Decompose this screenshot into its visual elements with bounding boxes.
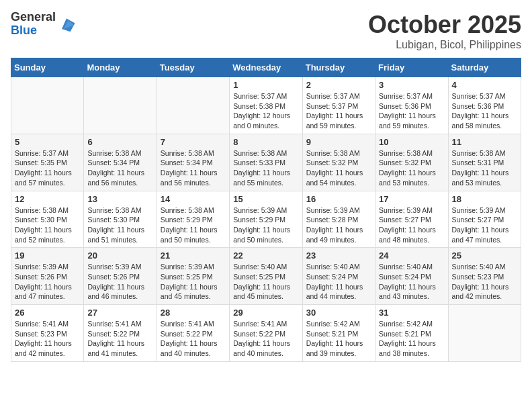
day-number: 15: [233, 194, 298, 204]
day-info: Sunrise: 5:41 AM Sunset: 5:22 PM Dayligh…: [87, 319, 152, 359]
day-info: Sunrise: 5:38 AM Sunset: 5:34 PM Dayligh…: [87, 148, 152, 188]
day-info: Sunrise: 5:38 AM Sunset: 5:30 PM Dayligh…: [87, 205, 152, 245]
day-number: 2: [306, 80, 371, 90]
weekday-header-tuesday: Tuesday: [157, 58, 229, 77]
day-info: Sunrise: 5:37 AM Sunset: 5:37 PM Dayligh…: [306, 91, 371, 131]
day-number: 12: [15, 194, 80, 204]
location: Lubigan, Bicol, Philippines: [368, 39, 521, 51]
calendar-cell: 2Sunrise: 5:37 AM Sunset: 5:37 PM Daylig…: [302, 77, 375, 134]
day-number: 13: [87, 194, 152, 204]
day-info: Sunrise: 5:39 AM Sunset: 5:26 PM Dayligh…: [15, 262, 80, 302]
day-number: 8: [233, 137, 298, 147]
day-info: Sunrise: 5:40 AM Sunset: 5:23 PM Dayligh…: [452, 262, 517, 302]
calendar-week-row: 1Sunrise: 5:37 AM Sunset: 5:38 PM Daylig…: [11, 77, 521, 134]
calendar-cell: 1Sunrise: 5:37 AM Sunset: 5:38 PM Daylig…: [230, 77, 302, 134]
day-info: Sunrise: 5:41 AM Sunset: 5:22 PM Dayligh…: [161, 319, 226, 359]
day-info: Sunrise: 5:39 AM Sunset: 5:27 PM Dayligh…: [379, 205, 444, 245]
calendar-cell: [448, 305, 521, 362]
calendar-cell: 24Sunrise: 5:40 AM Sunset: 5:24 PM Dayli…: [375, 248, 448, 305]
calendar-cell: 21Sunrise: 5:39 AM Sunset: 5:25 PM Dayli…: [157, 248, 229, 305]
day-number: 1: [233, 80, 298, 90]
day-info: Sunrise: 5:37 AM Sunset: 5:36 PM Dayligh…: [452, 91, 517, 131]
calendar-cell: [157, 77, 229, 134]
calendar-cell: 27Sunrise: 5:41 AM Sunset: 5:22 PM Dayli…: [84, 305, 157, 362]
calendar-cell: 10Sunrise: 5:38 AM Sunset: 5:32 PM Dayli…: [375, 134, 448, 191]
day-number: 20: [87, 250, 152, 261]
calendar-cell: 9Sunrise: 5:38 AM Sunset: 5:32 PM Daylig…: [302, 134, 375, 191]
weekday-header-friday: Friday: [375, 58, 448, 77]
day-number: 16: [306, 194, 371, 204]
page-header: General Blue October 2025 Lubigan, Bicol…: [11, 11, 521, 51]
weekday-header-saturday: Saturday: [448, 58, 521, 77]
calendar-cell: 6Sunrise: 5:38 AM Sunset: 5:34 PM Daylig…: [84, 134, 157, 191]
calendar-cell: 12Sunrise: 5:38 AM Sunset: 5:30 PM Dayli…: [11, 191, 84, 248]
day-number: 7: [161, 137, 226, 147]
logo: General Blue: [11, 11, 76, 38]
month-title: October 2025: [368, 11, 521, 39]
day-info: Sunrise: 5:39 AM Sunset: 5:26 PM Dayligh…: [87, 262, 152, 302]
logo-blue: Blue: [11, 24, 37, 37]
calendar-cell: 31Sunrise: 5:42 AM Sunset: 5:21 PM Dayli…: [375, 305, 448, 362]
day-number: 25: [452, 250, 517, 261]
day-info: Sunrise: 5:38 AM Sunset: 5:29 PM Dayligh…: [161, 205, 226, 245]
day-number: 5: [15, 137, 80, 147]
day-info: Sunrise: 5:38 AM Sunset: 5:34 PM Dayligh…: [161, 148, 226, 188]
calendar-cell: 25Sunrise: 5:40 AM Sunset: 5:23 PM Dayli…: [448, 248, 521, 305]
day-info: Sunrise: 5:37 AM Sunset: 5:36 PM Dayligh…: [379, 91, 444, 131]
day-number: 28: [161, 308, 226, 318]
calendar-cell: 28Sunrise: 5:41 AM Sunset: 5:22 PM Dayli…: [157, 305, 229, 362]
calendar-cell: 4Sunrise: 5:37 AM Sunset: 5:36 PM Daylig…: [448, 77, 521, 134]
day-number: 17: [379, 194, 444, 204]
day-number: 6: [87, 137, 152, 147]
day-number: 14: [161, 194, 226, 204]
day-number: 22: [233, 250, 298, 261]
day-info: Sunrise: 5:39 AM Sunset: 5:25 PM Dayligh…: [161, 262, 226, 302]
day-info: Sunrise: 5:39 AM Sunset: 5:29 PM Dayligh…: [233, 205, 298, 245]
day-info: Sunrise: 5:40 AM Sunset: 5:24 PM Dayligh…: [379, 262, 444, 302]
calendar-week-row: 12Sunrise: 5:38 AM Sunset: 5:30 PM Dayli…: [11, 191, 521, 248]
day-number: 19: [15, 250, 80, 261]
calendar-table: SundayMondayTuesdayWednesdayThursdayFrid…: [11, 58, 521, 362]
calendar-cell: 30Sunrise: 5:42 AM Sunset: 5:21 PM Dayli…: [302, 305, 375, 362]
weekday-header-row: SundayMondayTuesdayWednesdayThursdayFrid…: [11, 58, 521, 77]
day-number: 21: [161, 250, 226, 261]
calendar-week-row: 5Sunrise: 5:37 AM Sunset: 5:35 PM Daylig…: [11, 134, 521, 191]
calendar-cell: 5Sunrise: 5:37 AM Sunset: 5:35 PM Daylig…: [11, 134, 84, 191]
calendar-cell: 14Sunrise: 5:38 AM Sunset: 5:29 PM Dayli…: [157, 191, 229, 248]
day-info: Sunrise: 5:39 AM Sunset: 5:27 PM Dayligh…: [452, 205, 517, 245]
calendar-cell: [84, 77, 157, 134]
day-info: Sunrise: 5:42 AM Sunset: 5:21 PM Dayligh…: [306, 319, 371, 359]
calendar-cell: 17Sunrise: 5:39 AM Sunset: 5:27 PM Dayli…: [375, 191, 448, 248]
day-number: 23: [306, 250, 371, 261]
day-info: Sunrise: 5:41 AM Sunset: 5:23 PM Dayligh…: [15, 319, 80, 359]
day-info: Sunrise: 5:37 AM Sunset: 5:35 PM Dayligh…: [15, 148, 80, 188]
day-info: Sunrise: 5:38 AM Sunset: 5:33 PM Dayligh…: [233, 148, 298, 188]
day-info: Sunrise: 5:42 AM Sunset: 5:21 PM Dayligh…: [379, 319, 444, 359]
day-number: 4: [452, 80, 517, 90]
calendar-cell: 3Sunrise: 5:37 AM Sunset: 5:36 PM Daylig…: [375, 77, 448, 134]
weekday-header-monday: Monday: [84, 58, 157, 77]
weekday-header-sunday: Sunday: [11, 58, 84, 77]
day-info: Sunrise: 5:40 AM Sunset: 5:25 PM Dayligh…: [233, 262, 298, 302]
calendar-cell: 16Sunrise: 5:39 AM Sunset: 5:28 PM Dayli…: [302, 191, 375, 248]
calendar-cell: 29Sunrise: 5:41 AM Sunset: 5:22 PM Dayli…: [230, 305, 302, 362]
calendar-week-row: 26Sunrise: 5:41 AM Sunset: 5:23 PM Dayli…: [11, 305, 521, 362]
calendar-cell: 8Sunrise: 5:38 AM Sunset: 5:33 PM Daylig…: [230, 134, 302, 191]
day-info: Sunrise: 5:40 AM Sunset: 5:24 PM Dayligh…: [306, 262, 371, 302]
day-info: Sunrise: 5:37 AM Sunset: 5:38 PM Dayligh…: [233, 91, 298, 131]
calendar-cell: 7Sunrise: 5:38 AM Sunset: 5:34 PM Daylig…: [157, 134, 229, 191]
day-number: 24: [379, 250, 444, 261]
day-info: Sunrise: 5:38 AM Sunset: 5:31 PM Dayligh…: [452, 148, 517, 188]
calendar-cell: 15Sunrise: 5:39 AM Sunset: 5:29 PM Dayli…: [230, 191, 302, 248]
calendar-cell: 22Sunrise: 5:40 AM Sunset: 5:25 PM Dayli…: [230, 248, 302, 305]
calendar-cell: 13Sunrise: 5:38 AM Sunset: 5:30 PM Dayli…: [84, 191, 157, 248]
day-number: 29: [233, 308, 298, 318]
day-number: 3: [379, 80, 444, 90]
calendar-cell: 18Sunrise: 5:39 AM Sunset: 5:27 PM Dayli…: [448, 191, 521, 248]
calendar-cell: 20Sunrise: 5:39 AM Sunset: 5:26 PM Dayli…: [84, 248, 157, 305]
day-number: 10: [379, 137, 444, 147]
day-info: Sunrise: 5:38 AM Sunset: 5:32 PM Dayligh…: [379, 148, 444, 188]
day-number: 31: [379, 308, 444, 318]
day-number: 9: [306, 137, 371, 147]
day-info: Sunrise: 5:38 AM Sunset: 5:32 PM Dayligh…: [306, 148, 371, 188]
